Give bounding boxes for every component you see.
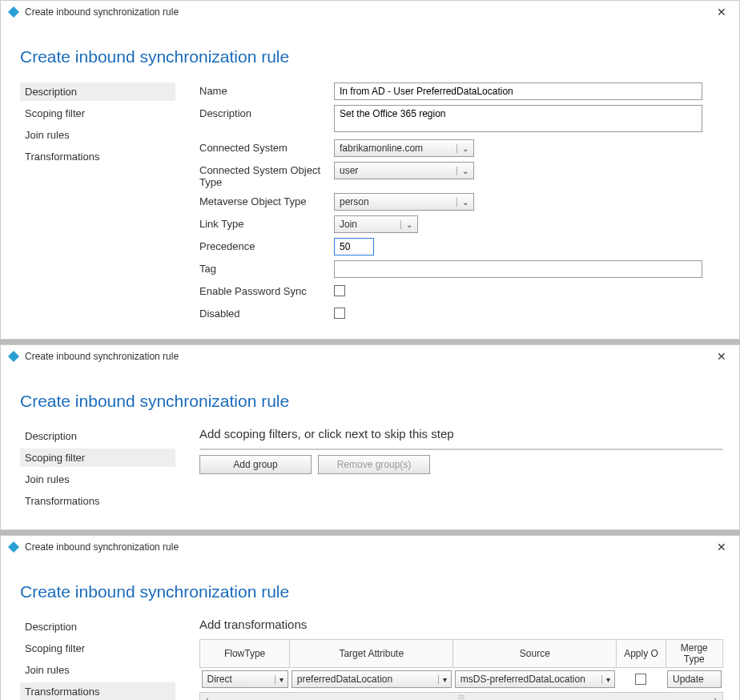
svg-marker-0 [8,6,19,18]
table-row: Direct ▾ preferredDataLocation ▾ [200,668,723,691]
titlebar: Create inbound synchronization rule ✕ [1,345,739,368]
mv-object-type-value: person [340,196,369,207]
target-attribute-dropdown[interactable]: preferredDataLocation ▾ [292,670,452,688]
nav-description[interactable]: Description [20,618,175,636]
nav-description[interactable]: Description [20,82,175,101]
flowtype-value: Direct [207,674,232,685]
titlebar: Create inbound synchronization rule ✕ [1,1,739,23]
header-merge: Merge Type [666,640,722,668]
description-textarea[interactable]: Set the Office 365 region [334,105,702,132]
merge-type-dropdown[interactable]: Update [667,670,721,688]
remove-groups-button[interactable]: Remove group(s) [318,455,430,474]
close-icon[interactable]: ✕ [710,348,733,364]
horizontal-scrollbar[interactable]: ‹ 𝄚 › [199,692,723,700]
nav-scoping-filter[interactable]: Scoping filter [20,449,175,467]
header-target: Target Attribute [290,640,453,668]
flowtype-dropdown[interactable]: Direct ▾ [202,670,288,688]
label-link-type: Link Type [199,215,334,230]
chevron-down-icon: ⌄ [400,220,417,229]
nav-transformations[interactable]: Transformations [20,147,175,166]
add-group-button[interactable]: Add group [199,455,312,474]
label-precedence: Precedence [199,238,334,252]
table-header-row: FlowType Target Attribute Source Apply O… [200,640,723,668]
link-type-value: Join [340,219,357,230]
transformations-area: Add transformations FlowType Target Attr… [175,618,723,700]
window-title: Create inbound synchronization rule [25,351,179,362]
target-attribute-value: preferredDataLocation [297,674,392,685]
close-icon[interactable]: ✕ [710,4,733,20]
label-mv-object-type: Metaverse Object Type [199,193,334,207]
svg-marker-2 [8,541,19,553]
header-source: Source [453,640,617,668]
label-tag: Tag [199,260,334,275]
titlebar: Create inbound synchronization rule ✕ [1,536,739,558]
side-nav: Description Scoping filter Join rules Tr… [20,618,175,700]
source-dropdown[interactable]: msDS-preferredDataLocation ▾ [455,670,615,688]
label-name: Name [199,82,334,97]
app-icon [7,541,20,553]
nav-transformations[interactable]: Transformations [20,492,175,510]
chevron-down-icon: ⌄ [456,198,473,207]
scroll-track[interactable]: 𝄚 [215,694,708,700]
chevron-down-icon: ⌄ [456,144,473,153]
page-heading: Create inbound synchronization rule [1,558,739,618]
window-title: Create inbound synchronization rule [25,541,179,553]
cs-object-type-value: user [340,165,358,176]
tag-input[interactable] [334,260,702,278]
header-apply: Apply O [617,640,666,668]
scroll-right-icon[interactable]: › [708,694,722,700]
scoping-heading: Add scoping filters, or click next to sk… [199,427,723,441]
window-description-step: Create inbound synchronization rule ✕ Cr… [0,0,740,340]
scoping-area: Add scoping filters, or click next to sk… [175,427,723,513]
side-nav: Description Scoping filter Join rules Tr… [20,82,175,323]
nav-description[interactable]: Description [20,427,175,445]
label-disabled: Disabled [199,305,334,320]
transformations-heading: Add transformations [199,618,723,631]
chevron-down-icon: ▾ [601,675,614,684]
nav-scoping-filter[interactable]: Scoping filter [20,104,175,123]
scroll-left-icon[interactable]: ‹ [200,694,215,700]
window-transformations-step: Create inbound synchronization rule ✕ Cr… [0,535,740,700]
window-title: Create inbound synchronization rule [25,6,179,18]
link-type-dropdown[interactable]: Join ⌄ [334,215,418,233]
connected-system-value: fabrikamonline.com [340,143,423,154]
precedence-input[interactable] [334,238,374,255]
apply-once-checkbox[interactable] [635,674,646,685]
nav-transformations[interactable]: Transformations [20,682,175,700]
nav-scoping-filter[interactable]: Scoping filter [20,639,175,658]
transformations-table: FlowType Target Attribute Source Apply O… [199,639,723,690]
close-icon[interactable]: ✕ [710,539,733,555]
form-area: Name Description Set the Office 365 regi… [175,82,723,323]
nav-join-rules[interactable]: Join rules [20,661,175,679]
nav-join-rules[interactable]: Join rules [20,126,175,144]
chevron-down-icon: ⌄ [456,167,473,175]
chevron-down-icon: ▾ [438,675,451,684]
label-description: Description [199,105,334,119]
empty-groove [199,449,723,450]
merge-type-value: Update [673,674,704,685]
app-icon [7,350,20,363]
label-enable-pw-sync: Enable Password Sync [199,283,334,297]
connected-system-dropdown[interactable]: fabrikamonline.com ⌄ [334,139,474,157]
page-heading: Create inbound synchronization rule [1,368,739,427]
name-input[interactable] [334,82,702,100]
window-scoping-step: Create inbound synchronization rule ✕ Cr… [0,344,740,530]
svg-marker-1 [8,351,19,362]
side-nav: Description Scoping filter Join rules Tr… [20,427,175,513]
header-flowtype: FlowType [200,640,290,668]
label-cs-object-type: Connected System Object Type [199,162,334,188]
label-connected-system: Connected System [199,139,334,154]
cs-object-type-dropdown[interactable]: user ⌄ [334,162,474,179]
mv-object-type-dropdown[interactable]: person ⌄ [334,193,474,211]
app-icon [7,6,20,18]
enable-pw-sync-checkbox[interactable] [334,285,345,296]
chevron-down-icon: ▾ [275,675,288,684]
source-value: msDS-preferredDataLocation [460,674,585,685]
nav-join-rules[interactable]: Join rules [20,470,175,489]
disabled-checkbox[interactable] [334,308,345,319]
page-heading: Create inbound synchronization rule [1,23,739,82]
